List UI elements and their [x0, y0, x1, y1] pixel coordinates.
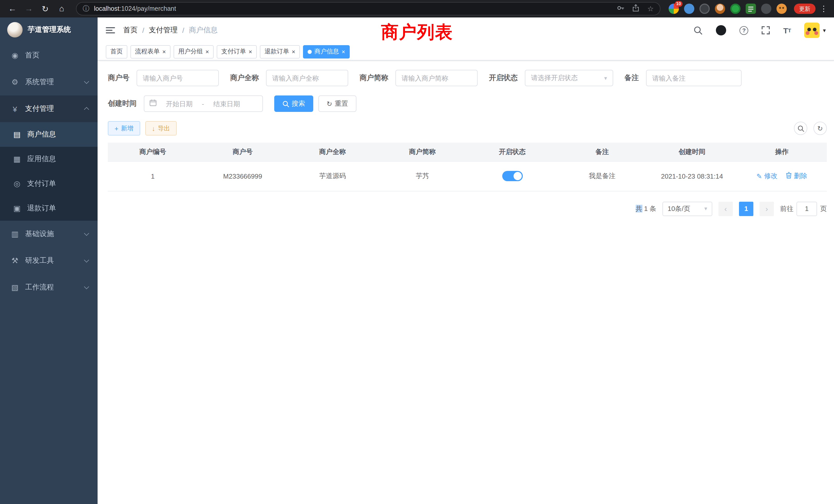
table-row: 1 M233666999 芋道源码 芋艿 我是备注 2021-10-23 08:…: [108, 161, 827, 191]
date-range-separator: -: [202, 100, 204, 108]
sidebar-item-system[interactable]: ⚙ 系统管理: [0, 69, 97, 95]
user-menu[interactable]: ▾: [805, 23, 826, 38]
full-name-input[interactable]: [266, 70, 348, 86]
reset-button[interactable]: ↻ 重置: [319, 95, 356, 112]
sidebar-item-infrastructure[interactable]: ▥ 基础设施: [0, 221, 97, 247]
target-icon: ◎: [12, 179, 22, 188]
close-icon[interactable]: ×: [205, 48, 209, 55]
date-end-input[interactable]: [207, 99, 246, 108]
sidebar-item-app-info[interactable]: ▦ 应用信息: [0, 147, 97, 171]
merchant-no-input[interactable]: [137, 70, 219, 86]
close-icon[interactable]: ×: [248, 48, 252, 55]
site-info-icon[interactable]: ⓘ: [83, 4, 89, 13]
share-icon[interactable]: [632, 4, 640, 14]
tab-pay-order[interactable]: 支付订单×: [217, 45, 257, 58]
tab-home[interactable]: 首页: [106, 45, 127, 58]
status-select[interactable]: 请选择开启状态 ▾: [525, 70, 613, 86]
sidebar-item-payment[interactable]: ¥ 支付管理: [0, 95, 97, 122]
extension-icon-3[interactable]: [699, 4, 710, 14]
extension-icon-7[interactable]: [761, 4, 771, 14]
sidebar-item-refund-order[interactable]: ▣ 退款订单: [0, 196, 97, 221]
sidebar-item-pay-order[interactable]: ◎ 支付订单: [0, 171, 97, 196]
delete-link[interactable]: 删除: [786, 171, 807, 181]
short-name-input[interactable]: [395, 70, 478, 86]
browser-forward-button[interactable]: →: [22, 2, 36, 16]
github-icon[interactable]: [716, 25, 726, 36]
tab-refund-order[interactable]: 退款订单×: [260, 45, 300, 58]
yen-icon: ¥: [10, 105, 20, 113]
sidebar-item-dev-tools[interactable]: ⚒ 研发工具: [0, 247, 97, 274]
tab-merchant-info[interactable]: 商户信息×: [303, 45, 350, 58]
url-host: localhost: [94, 5, 119, 12]
fullscreen-icon[interactable]: [762, 26, 770, 35]
home-icon: ⌂: [59, 4, 64, 13]
search-icon[interactable]: [693, 26, 703, 35]
next-page-button[interactable]: ›: [760, 202, 774, 216]
table-toolbar: + 新增 ↓ 导出 ↻: [108, 121, 827, 136]
plus-icon: +: [114, 125, 118, 132]
chevron-down-icon: [84, 231, 89, 236]
address-bar[interactable]: ⓘ localhost:1024/pay/merchant ☆: [76, 2, 660, 16]
cell-status: [467, 161, 557, 191]
pagination: 共 1 条 10条/页 ▾ ‹ 1 › 前往 页: [108, 202, 827, 216]
breadcrumb-payment[interactable]: 支付管理: [149, 26, 178, 35]
sidebar-item-workflow[interactable]: ▧ 工作流程: [0, 274, 97, 301]
edit-icon: ✎: [756, 172, 762, 180]
sidebar-item-label: 退款订单: [27, 204, 56, 213]
extension-icon-8[interactable]: [776, 4, 787, 14]
toggle-search-button[interactable]: [794, 122, 807, 135]
password-key-icon[interactable]: [617, 4, 625, 14]
goto-page-input[interactable]: [796, 202, 817, 216]
edit-link[interactable]: ✎ 修改: [756, 171, 777, 181]
browser-home-button[interactable]: ⌂: [54, 2, 69, 16]
tab-user-group[interactable]: 用户分组×: [174, 45, 214, 58]
sidebar-item-home[interactable]: ◉ 首页: [0, 42, 97, 69]
app-logo[interactable]: 芋道管理系统: [0, 18, 97, 42]
bookmark-star-icon[interactable]: ☆: [647, 5, 654, 12]
sidebar-item-label: 商户信息: [27, 130, 56, 139]
sidebar-item-merchant-info[interactable]: ▤ 商户信息: [0, 122, 97, 147]
gear-icon: ⚙: [10, 77, 20, 87]
search-button[interactable]: 搜索: [274, 95, 313, 112]
tab-process-form[interactable]: 流程表单×: [130, 45, 171, 58]
url-text: localhost:1024/pay/merchant: [94, 5, 176, 12]
create-time-range-picker[interactable]: -: [144, 95, 263, 112]
chevron-down-icon: [84, 257, 89, 262]
close-icon[interactable]: ×: [342, 48, 345, 55]
refresh-table-button[interactable]: ↻: [813, 122, 827, 135]
extension-icon-2[interactable]: [684, 4, 694, 14]
download-icon: ↓: [152, 125, 155, 132]
extension-icon-4[interactable]: [715, 4, 725, 14]
font-size-icon[interactable]: TT: [783, 26, 791, 35]
user-avatar[interactable]: [805, 23, 820, 38]
pagination-goto: 前往 页: [780, 202, 827, 216]
extension-icon-6[interactable]: [746, 4, 756, 14]
breadcrumb-home[interactable]: 首页: [123, 26, 138, 35]
page-size-select[interactable]: 10条/页 ▾: [662, 202, 712, 216]
date-start-input[interactable]: [160, 99, 199, 108]
remark-input[interactable]: [646, 70, 742, 86]
extension-icon-1[interactable]: 10: [668, 4, 679, 14]
col-merchant-id: 商户编号: [108, 143, 198, 161]
breadcrumb-separator: /: [142, 26, 144, 35]
browser-reload-button[interactable]: ↻: [38, 2, 52, 16]
create-time-label: 创建时间: [108, 99, 137, 108]
card-icon: ▤: [12, 130, 22, 139]
prev-page-button[interactable]: ‹: [719, 202, 733, 216]
browser-back-button[interactable]: ←: [5, 2, 20, 16]
hamburger-icon[interactable]: [106, 27, 115, 33]
extension-icon-5[interactable]: [730, 4, 741, 14]
add-button[interactable]: + 新增: [108, 121, 140, 136]
browser-update-button[interactable]: 更新: [794, 4, 815, 14]
close-icon[interactable]: ×: [162, 48, 166, 55]
export-button[interactable]: ↓ 导出: [145, 121, 177, 136]
help-icon[interactable]: ?: [740, 26, 748, 35]
browser-menu-button[interactable]: ⋮: [818, 4, 829, 13]
page-1-button[interactable]: 1: [739, 202, 753, 216]
close-icon[interactable]: ×: [292, 48, 295, 55]
breadcrumb: 首页 / 支付管理 / 商户信息: [123, 26, 218, 35]
trash-icon: [786, 172, 792, 180]
status-toggle[interactable]: [502, 171, 523, 181]
col-full-name: 商户全称: [288, 143, 377, 161]
tabs-bar: 首页 流程表单× 用户分组× 支付订单× 退款订单× 商户信息×: [97, 43, 834, 61]
